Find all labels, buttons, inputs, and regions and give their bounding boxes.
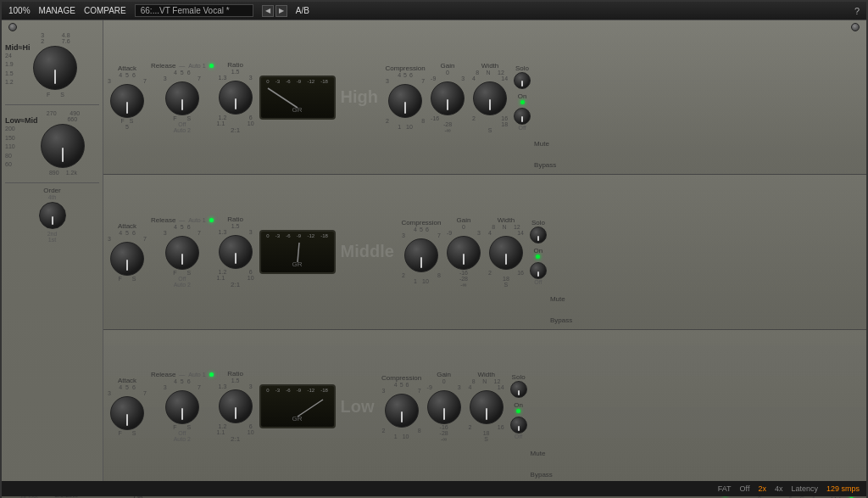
high-width-label: Width bbox=[481, 62, 498, 70]
order-2nd: 2nd bbox=[47, 231, 58, 237]
mid-attack-knob[interactable] bbox=[110, 242, 144, 276]
high-bypass-label: Bypass bbox=[534, 161, 556, 169]
high-width-knob[interactable] bbox=[473, 81, 507, 115]
midhi-val3: 1.5 bbox=[5, 70, 30, 79]
help-button[interactable]: ? bbox=[854, 6, 860, 16]
midhi-val4: 1.2 bbox=[5, 78, 30, 87]
lm-val2: 150 bbox=[5, 134, 37, 143]
low-bypass-label: Bypass bbox=[531, 471, 553, 478]
high-comp-knob[interactable] bbox=[388, 84, 422, 118]
mid-gain-knob[interactable] bbox=[447, 236, 481, 270]
low-attack-knob[interactable] bbox=[110, 396, 144, 430]
low-attack-label: Attack bbox=[118, 377, 136, 384]
high-gr-meter: 0-3-6-9-12-18 GR bbox=[259, 76, 336, 120]
lm-val1: 200 bbox=[5, 125, 37, 134]
nav-arrows: ◀ ▶ bbox=[262, 5, 287, 17]
mid-comp-label: Compression bbox=[401, 219, 441, 227]
high-gain-label: Gain bbox=[441, 62, 455, 70]
mid-on-label: On bbox=[534, 247, 543, 255]
high-bypass-off: Off bbox=[518, 125, 526, 131]
high-auto2: Auto 2 bbox=[174, 127, 191, 133]
high-auto1: Auto 1 bbox=[188, 63, 205, 69]
mid-release-label: Release bbox=[151, 216, 175, 224]
low-gain-label: Gain bbox=[437, 371, 451, 378]
ab-button[interactable]: A/B bbox=[296, 6, 309, 15]
high-band: Attack 456 37 FS 5 Release — Auto 1 456 bbox=[103, 20, 866, 175]
high-attack-label: Attack bbox=[118, 64, 136, 72]
high-on-switch[interactable] bbox=[514, 108, 531, 125]
low-auto1-led[interactable] bbox=[209, 372, 214, 377]
mid-ratio-knob[interactable] bbox=[219, 235, 253, 269]
high-solo-knob[interactable] bbox=[514, 72, 531, 89]
preset-display[interactable]: 66:...VT Female Vocal * bbox=[135, 4, 253, 17]
oversample-4x[interactable]: 4x bbox=[775, 484, 783, 493]
mid-on-led[interactable] bbox=[536, 255, 540, 259]
mid-band-name: Middle bbox=[341, 242, 394, 261]
mid-auto1-led[interactable] bbox=[209, 218, 214, 222]
high-solo-label: Solo bbox=[515, 64, 529, 72]
order-knob[interactable] bbox=[39, 202, 66, 229]
midhi-knob[interactable] bbox=[33, 46, 77, 90]
low-auto1: Auto 1 bbox=[188, 372, 205, 378]
middle-band: Attack 456 37 FS Release — Auto 1 456 37 bbox=[103, 175, 866, 329]
next-preset-button[interactable]: ▶ bbox=[275, 5, 287, 17]
lowmid-label: Low≈Mid bbox=[5, 116, 37, 125]
low-solo-label: Solo bbox=[512, 373, 526, 381]
screw-tr bbox=[851, 23, 860, 31]
low-on-led[interactable] bbox=[516, 409, 520, 413]
low-width-knob[interactable] bbox=[470, 390, 504, 424]
high-gain-knob[interactable] bbox=[431, 81, 465, 115]
midhi-val1: 24 bbox=[5, 52, 30, 61]
low-solo-knob[interactable] bbox=[510, 381, 527, 398]
high-comp-label: Compression bbox=[385, 64, 425, 72]
high-on-led[interactable] bbox=[520, 100, 525, 104]
oversample-2x[interactable]: 2x bbox=[758, 484, 766, 493]
mid-comp-knob[interactable] bbox=[404, 238, 438, 272]
mid-width-label: Width bbox=[498, 216, 515, 224]
plugin-container: 100% MANAGE COMPARE 66:...VT Female Voca… bbox=[0, 0, 868, 498]
low-width-label: Width bbox=[477, 371, 494, 378]
low-on-label: On bbox=[514, 401, 523, 409]
mid-gr-meter: 0-3-6-9-12-18 GR bbox=[259, 230, 336, 274]
high-release-knob[interactable] bbox=[165, 81, 199, 115]
latency-label: Latency bbox=[791, 484, 818, 493]
low-release-label: Release bbox=[151, 371, 175, 378]
low-auto2: Auto 2 bbox=[174, 436, 191, 442]
order-4th: 4th bbox=[48, 194, 57, 200]
low-ratio-knob[interactable] bbox=[219, 389, 253, 423]
low-gain-knob[interactable] bbox=[427, 390, 461, 424]
prev-preset-button[interactable]: ◀ bbox=[262, 5, 274, 17]
percent-display: 100% bbox=[8, 6, 31, 15]
mid-bypass-off: Off bbox=[534, 279, 542, 285]
high-attack-knob[interactable] bbox=[110, 84, 144, 118]
low-on-switch[interactable] bbox=[510, 417, 527, 434]
order-label: Order bbox=[43, 187, 60, 194]
lowmid-knob[interactable] bbox=[41, 124, 85, 168]
manage-button[interactable]: MANAGE bbox=[39, 6, 75, 15]
low-ratio-value: 2:1 bbox=[231, 435, 240, 443]
mid-attack-label: Attack bbox=[118, 222, 136, 230]
mid-solo-knob[interactable] bbox=[530, 227, 547, 243]
lm-val5: 60 bbox=[5, 160, 37, 170]
lm-val4: 80 bbox=[5, 152, 37, 161]
mid-solo-label: Solo bbox=[531, 219, 545, 227]
high-off: Off bbox=[178, 121, 186, 127]
high-ratio-knob[interactable] bbox=[219, 81, 253, 115]
high-auto1-led[interactable] bbox=[209, 64, 214, 68]
low-comp-knob[interactable] bbox=[385, 394, 419, 428]
midhi-val2: 1.9 bbox=[5, 60, 30, 70]
low-release-knob[interactable] bbox=[165, 390, 199, 424]
low-ratio-label: Ratio bbox=[227, 370, 243, 378]
mid-release-knob[interactable] bbox=[165, 236, 199, 270]
order-1st: 1st bbox=[48, 237, 56, 243]
mid-bypass-label: Bypass bbox=[550, 316, 572, 324]
mid-off: Off bbox=[178, 276, 186, 282]
fat-label: FAT bbox=[718, 484, 732, 493]
mid-auto1: Auto 1 bbox=[188, 217, 205, 223]
low-mute-label: Mute bbox=[531, 450, 553, 457]
low-comp-label: Compression bbox=[381, 374, 421, 382]
mid-on-switch[interactable] bbox=[530, 262, 547, 279]
compare-button[interactable]: COMPARE bbox=[84, 6, 126, 15]
mid-width-knob[interactable] bbox=[489, 236, 523, 270]
mid-ratio-value: 2:1 bbox=[231, 281, 240, 288]
